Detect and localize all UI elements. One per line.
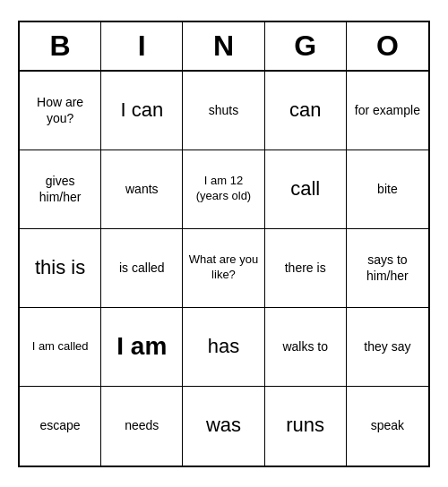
bingo-cell-10: this is [20,229,101,308]
bingo-cell-22: was [183,387,264,466]
header-letter-i: I [101,22,183,70]
bingo-cell-17: has [183,308,264,387]
header-letter-g: G [265,22,347,70]
bingo-cell-24: speak [347,387,428,466]
bingo-cell-4: for example [347,72,428,150]
bingo-cell-21: needs [101,387,183,466]
bingo-card: BINGO How are you?I canshutscanfor examp… [18,21,430,467]
bingo-cell-8: call [265,150,347,229]
bingo-cell-14: says to him/her [347,229,428,308]
header-letter-n: N [183,22,264,70]
bingo-cell-18: walks to [265,308,347,387]
bingo-cell-23: runs [265,387,347,466]
bingo-grid: How are you?I canshutscanfor examplegive… [20,72,428,466]
bingo-cell-16: I am [101,308,183,387]
bingo-cell-7: I am 12 (years old) [183,150,264,229]
bingo-cell-2: shuts [183,72,264,150]
bingo-cell-12: What are you like? [183,229,264,308]
bingo-cell-15: I am called [20,308,101,387]
header-letter-b: B [20,22,101,70]
bingo-cell-3: can [265,72,347,150]
header-letter-o: O [347,22,428,70]
bingo-header: BINGO [20,22,428,72]
bingo-cell-19: they say [347,308,428,387]
bingo-cell-1: I can [101,72,183,150]
bingo-cell-0: How are you? [20,72,101,150]
bingo-cell-5: gives him/her [20,150,101,229]
bingo-cell-11: is called [101,229,183,308]
bingo-cell-13: there is [265,229,347,308]
bingo-cell-20: escape [20,387,101,466]
bingo-cell-9: bite [347,150,428,229]
bingo-cell-6: wants [101,150,183,229]
